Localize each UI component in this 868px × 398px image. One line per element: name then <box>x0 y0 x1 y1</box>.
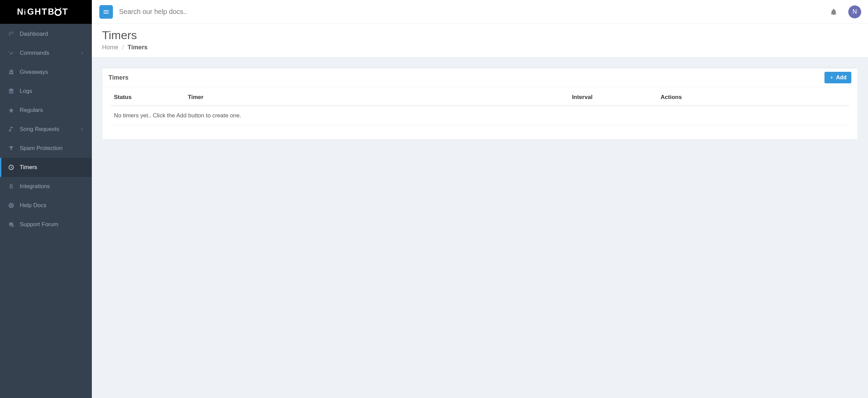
dashboard-icon <box>7 31 15 37</box>
sidebar-item-label: Help Docs <box>20 202 84 209</box>
breadcrumb-home[interactable]: Home <box>102 44 118 51</box>
plus-icon <box>829 75 834 80</box>
timers-table: Status Timer Interval Actions No timers … <box>111 89 849 126</box>
sidebar-item-label: Spam Protection <box>20 145 84 152</box>
main: N Timers Home / Timers Timers Add <box>92 0 868 398</box>
page-title: Timers <box>102 29 858 42</box>
sidebar-item-support-forum[interactable]: Support Forum <box>0 215 92 234</box>
sidebar-item-song-requests[interactable]: Song Requests <box>0 120 92 139</box>
gift-icon <box>7 69 15 75</box>
sidebar-item-label: Integrations <box>20 183 84 190</box>
svg-text:G: G <box>27 6 34 16</box>
sidebar-item-label: Regulars <box>20 107 84 114</box>
bell-icon <box>830 8 837 16</box>
clock-icon <box>7 164 15 170</box>
filter-icon <box>7 145 15 151</box>
svg-text:T: T <box>62 6 68 16</box>
lifering-icon <box>7 202 15 209</box>
col-header-actions: Actions <box>657 89 849 106</box>
empty-message: No timers yet.. Click the Add button to … <box>111 106 849 126</box>
sidebar-item-label: Commands <box>20 50 80 56</box>
col-header-status: Status <box>111 89 184 106</box>
timers-panel: Timers Add Status Timer Interval <box>102 67 858 139</box>
database-icon <box>7 88 15 94</box>
sidebar-item-integrations[interactable]: Integrations <box>0 177 92 196</box>
sidebar-item-giveaways[interactable]: Giveaways <box>0 63 92 82</box>
chevron-left-icon <box>80 51 84 55</box>
breadcrumb-separator: / <box>122 44 124 51</box>
topbar: N <box>92 0 868 24</box>
sidebar-item-label: Dashboard <box>20 31 84 37</box>
sidebar-nav: DashboardCommandsGiveawaysLogsRegularsSo… <box>0 24 92 234</box>
comments-icon <box>7 221 15 228</box>
avatar-letter: N <box>853 8 857 15</box>
col-header-timer: Timer <box>184 89 568 106</box>
cubes-icon <box>7 183 15 189</box>
notifications-button[interactable] <box>829 7 839 17</box>
svg-text:B: B <box>48 6 54 16</box>
search-input[interactable] <box>119 8 822 16</box>
svg-point-6 <box>55 10 61 15</box>
music-icon <box>7 126 15 132</box>
add-button-label: Add <box>836 74 847 81</box>
sidebar-item-logs[interactable]: Logs <box>0 82 92 101</box>
sidebar-item-label: Logs <box>20 88 84 95</box>
star-icon <box>7 107 15 113</box>
sidebar-item-help-docs[interactable]: Help Docs <box>0 196 92 215</box>
breadcrumb-current: Timers <box>128 44 148 51</box>
sidebar-item-regulars[interactable]: Regulars <box>0 101 92 120</box>
panel-title: Timers <box>108 74 129 81</box>
brand-logo[interactable]: N i G H T B T <box>0 0 92 24</box>
sidebar: N i G H T B T DashboardCommandsGiveaways… <box>0 0 92 398</box>
wand-icon <box>7 50 15 56</box>
col-header-interval: Interval <box>569 89 657 106</box>
sidebar-item-label: Song Requests <box>20 126 80 133</box>
add-timer-button[interactable]: Add <box>824 72 851 83</box>
sidebar-item-timers[interactable]: Timers <box>0 158 92 177</box>
page-header: Timers Home / Timers <box>92 24 868 57</box>
sidebar-item-commands[interactable]: Commands <box>0 44 92 63</box>
svg-text:i: i <box>24 8 26 16</box>
sidebar-item-label: Giveaways <box>20 69 84 76</box>
content-area: Timers Add Status Timer Interval <box>92 57 868 398</box>
sidebar-item-spam-protection[interactable]: Spam Protection <box>0 139 92 158</box>
svg-text:N: N <box>17 6 23 16</box>
chevron-left-icon <box>80 127 84 132</box>
svg-text:T: T <box>42 6 47 16</box>
table-empty-row: No timers yet.. Click the Add button to … <box>111 106 849 126</box>
svg-text:H: H <box>35 6 41 16</box>
breadcrumb: Home / Timers <box>102 44 858 51</box>
sidebar-item-label: Support Forum <box>20 221 84 228</box>
sidebar-item-dashboard[interactable]: Dashboard <box>0 24 92 44</box>
bars-icon <box>103 9 110 15</box>
sidebar-item-label: Timers <box>20 164 84 171</box>
user-avatar[interactable]: N <box>848 5 861 18</box>
panel-heading: Timers Add <box>102 68 857 87</box>
menu-toggle-button[interactable] <box>99 5 113 19</box>
